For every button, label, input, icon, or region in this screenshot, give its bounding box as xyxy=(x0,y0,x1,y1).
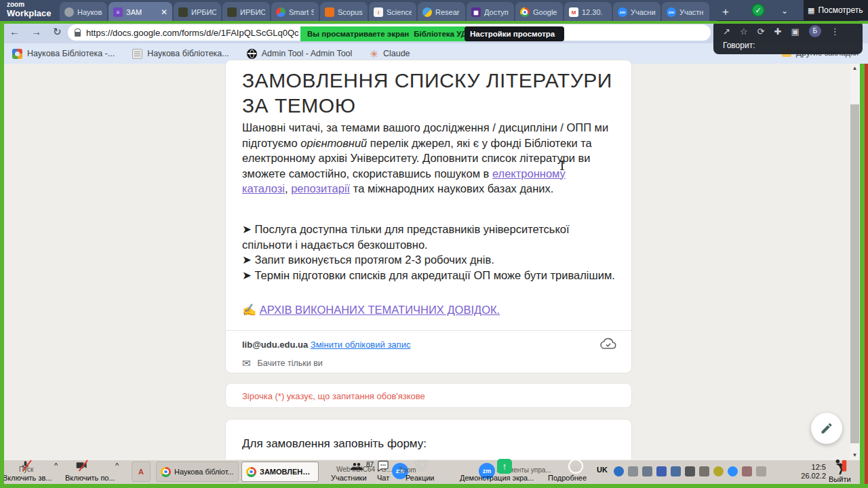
more-icon[interactable]: ... xyxy=(568,459,583,474)
form-bullets: ➤ Послуга доступна тільки для представни… xyxy=(242,222,618,283)
irbis-icon xyxy=(178,7,188,17)
share-screen-button[interactable]: Демонстрация экра... xyxy=(460,474,534,482)
blue-app-icon[interactable] xyxy=(656,466,667,476)
research-icon xyxy=(422,7,432,17)
tab-irbis-1[interactable]: ИРБИС xyxy=(174,2,221,22)
tab-smart[interactable]: Smart S xyxy=(271,2,319,22)
tab-zoom-participants-2[interactable]: zm Участн xyxy=(662,2,709,22)
bullet-item: ➤ Запит виконується протягом 2-3 робочих… xyxy=(242,252,618,268)
extensions-puzzle-icon[interactable]: ✚ xyxy=(774,26,781,37)
writing-hand-icon: ✍ xyxy=(242,304,256,317)
profile-avatar[interactable]: Б xyxy=(809,25,821,37)
repository-link[interactable]: репозитарії xyxy=(291,182,350,195)
bookmark-naukova-biblioteka-2[interactable]: Наукова бібліотека... xyxy=(132,49,229,59)
scroll-up-icon[interactable]: ▲ xyxy=(850,64,859,73)
forward-icon[interactable]: → xyxy=(31,26,41,37)
unmute-label[interactable]: Включить зв... xyxy=(3,474,52,482)
reactions-icon[interactable]: ♡ xyxy=(415,458,429,475)
browser-tab-bar: zoom Workplace Наукова ≡ ЗАМ ✕ ИРБИС ИРБ… xyxy=(0,0,868,22)
browser-menu-icon[interactable]: ⋮ xyxy=(831,26,840,37)
back-icon[interactable]: ← xyxy=(9,26,20,37)
audio-options-chevron[interactable]: ^ xyxy=(54,462,58,470)
tab-dostup[interactable]: ▦ Доступ xyxy=(467,2,514,22)
workplace-logo-text: Workplace xyxy=(7,9,52,18)
tab-irbis-2[interactable]: ИРБИС xyxy=(222,2,270,22)
zoom-view-button[interactable]: ▦ Посмотреть xyxy=(804,0,868,20)
share-page-icon[interactable]: ↗ xyxy=(723,26,730,37)
tab-google[interactable]: Google xyxy=(515,2,563,22)
gmail-icon: M xyxy=(569,7,578,17)
banner-text: Вы просматриваете экран xyxy=(307,30,409,38)
participants-icon[interactable] xyxy=(351,461,363,471)
tab-scopus[interactable]: Scopus xyxy=(320,2,368,22)
tab-gmail[interactable]: M 12.30. xyxy=(564,2,612,22)
page-icon xyxy=(132,49,142,59)
security-shield-icon[interactable]: ✓ xyxy=(751,3,765,17)
tab-research[interactable]: Resear xyxy=(418,2,465,22)
antivirus-shield-icon[interactable] xyxy=(713,466,724,476)
bookmark-star-icon[interactable]: ☆ xyxy=(740,26,748,37)
usb-icon[interactable] xyxy=(699,466,709,476)
visibility-note: Бачите тільки ви xyxy=(258,359,323,368)
scroll-down-icon[interactable]: ▼ xyxy=(850,451,859,460)
leave-meeting-button[interactable]: Выйти xyxy=(829,475,851,483)
side-panel-icon[interactable]: ▣ xyxy=(791,26,799,37)
chat-button[interactable]: Чат xyxy=(377,474,389,482)
new-tab-button[interactable]: + xyxy=(717,4,734,20)
chrome-window-1-button[interactable]: Наукова бібліот... xyxy=(156,462,239,482)
google-icon xyxy=(520,7,530,17)
language-indicator[interactable]: UK xyxy=(597,466,608,474)
tab-naukova[interactable]: Наукова xyxy=(60,2,107,22)
chevron-down-icon[interactable]: ⌄ xyxy=(781,6,788,16)
bookmark-claude[interactable]: ✳ Claude xyxy=(370,49,410,59)
reactions-button[interactable]: Реакции xyxy=(406,474,435,482)
forms-icon: ≡ xyxy=(113,7,123,17)
envelope-icon: ✉ xyxy=(242,357,251,369)
zoom-workplace-logo: zoom Workplace xyxy=(7,1,52,18)
pdf-reader-taskbar-button[interactable]: A xyxy=(132,462,151,482)
grid-view-icon: ▦ xyxy=(808,6,814,15)
archive-row: ✍ АРХІВ ВИКОНАНИХ ТЕМАТИЧНИХ ДОВІДОК. xyxy=(242,303,500,317)
leave-meeting-icon[interactable] xyxy=(833,459,848,475)
help-icon[interactable] xyxy=(614,466,624,476)
user-session-icon[interactable] xyxy=(671,466,681,476)
speaking-label: Говорит: xyxy=(713,37,863,50)
bookmark-naukova-biblioteka[interactable]: Наукова Бібліотека -... xyxy=(12,49,115,59)
lock-icon xyxy=(75,32,81,37)
tab-science[interactable]: i Science xyxy=(369,2,416,22)
extension-a-icon[interactable]: ⟳ xyxy=(757,26,765,37)
pointer-icon[interactable] xyxy=(685,466,695,476)
scrollbar-thumb[interactable] xyxy=(850,104,859,443)
video-options-chevron[interactable]: ^ xyxy=(115,462,119,470)
zoom-logo-text: zoom xyxy=(7,1,52,8)
speaker-icon[interactable] xyxy=(628,466,638,476)
bookmark-admin-tool[interactable]: Admin Tool - Admin Tool xyxy=(247,49,353,59)
system-tray xyxy=(614,466,766,476)
unmute-icon[interactable] xyxy=(20,460,34,472)
taskbar: Пуск Включить зв... ^ Включить по... ^ A… xyxy=(0,460,868,484)
participants-button[interactable]: Участники xyxy=(331,474,367,482)
windows-stack-icon[interactable] xyxy=(642,466,652,476)
start-video-label[interactable]: Включить по... xyxy=(65,474,115,482)
share-screen-icon[interactable]: ↑ xyxy=(497,459,512,474)
edit-form-fab[interactable] xyxy=(811,413,842,444)
view-settings-button[interactable]: Настройки просмотра xyxy=(465,26,564,41)
more-button[interactable]: Подробнее xyxy=(548,474,587,482)
zoom-taskbar-label[interactable]: Zoom xyxy=(399,466,416,474)
reload-icon[interactable]: ↻ xyxy=(53,26,62,38)
archive-link[interactable]: АРХІВ ВИКОНАНИХ ТЕМАТИЧНИХ ДОВІДОК. xyxy=(260,304,500,316)
chrome-window-2-button[interactable]: ЗАМОВЛЕННЯ ... xyxy=(241,462,319,482)
clipboard-icon[interactable] xyxy=(756,466,766,476)
scrollbar[interactable]: ▲ ▼ xyxy=(850,64,859,460)
zoom-tray-icon[interactable] xyxy=(728,466,738,476)
start-video-icon[interactable] xyxy=(76,460,91,472)
irbis-icon xyxy=(227,7,237,17)
screenshare-banner: Вы просматриваете экран Бібліотека УДУ xyxy=(300,26,490,41)
close-tab-icon[interactable]: ✕ xyxy=(161,7,167,17)
flag-icon[interactable] xyxy=(742,466,752,476)
zoom-overlay-panel: ↗ ☆ ⟳ ✚ ▣ Б ⋮ Говорит: xyxy=(713,20,863,54)
switch-account-link[interactable]: Змінити обліковий запис xyxy=(311,340,411,350)
chat-icon[interactable] xyxy=(377,460,389,472)
tab-zoom-participants-1[interactable]: zm Учасни xyxy=(613,2,660,22)
tab-form-active[interactable]: ≡ ЗАМ ✕ xyxy=(108,2,172,22)
